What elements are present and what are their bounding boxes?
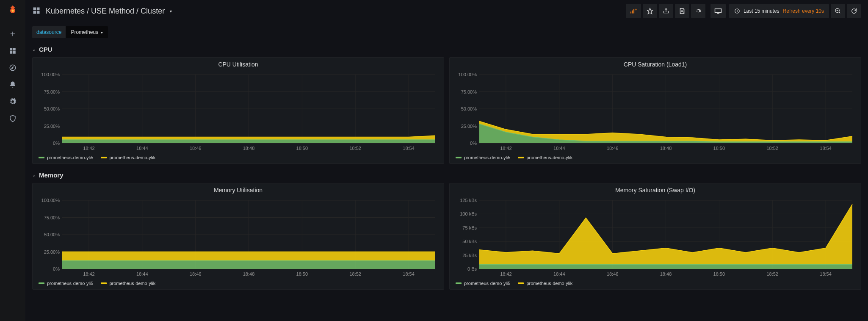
svg-text:18:46: 18:46 bbox=[190, 146, 202, 151]
panel-cpu-saturation[interactable]: CPU Saturation (Load1) 0%25.00%50.00%75.… bbox=[449, 57, 861, 164]
legend-swatch bbox=[101, 282, 107, 284]
svg-text:18:50: 18:50 bbox=[713, 146, 725, 151]
legend-label: prometheus-demo-yli5 bbox=[47, 155, 93, 160]
svg-text:18:46: 18:46 bbox=[190, 271, 202, 277]
svg-text:18:52: 18:52 bbox=[766, 146, 778, 151]
svg-text:125 kBs: 125 kBs bbox=[460, 198, 477, 203]
svg-text:18:42: 18:42 bbox=[500, 271, 512, 277]
svg-text:18:54: 18:54 bbox=[403, 146, 415, 151]
svg-text:18:44: 18:44 bbox=[553, 271, 565, 277]
svg-rect-1 bbox=[10, 48, 12, 50]
svg-text:18:48: 18:48 bbox=[660, 271, 672, 277]
legend-item[interactable]: prometheus-demo-yli5 bbox=[456, 281, 510, 286]
star-button[interactable] bbox=[643, 4, 657, 18]
svg-text:18:44: 18:44 bbox=[136, 271, 148, 277]
row-title: Memory bbox=[39, 172, 64, 179]
legend-label: prometheus-demo-ylik bbox=[109, 281, 155, 286]
legend-item[interactable]: prometheus-demo-yli5 bbox=[39, 155, 93, 160]
legend-item[interactable]: prometheus-demo-yli5 bbox=[39, 281, 93, 286]
chart-area[interactable]: 0%25.00%50.00%75.00%100.00%18:4218:4418:… bbox=[37, 198, 440, 278]
svg-point-0 bbox=[11, 10, 14, 12]
chevron-down-icon: ▾ bbox=[101, 30, 103, 35]
legend: prometheus-demo-yli5prometheus-demo-ylik bbox=[37, 152, 440, 161]
svg-text:18:52: 18:52 bbox=[349, 146, 361, 151]
legend-swatch bbox=[456, 157, 462, 158]
svg-text:18:42: 18:42 bbox=[83, 271, 95, 277]
row-title: CPU bbox=[39, 46, 53, 53]
nav-explore-icon[interactable] bbox=[4, 59, 21, 76]
svg-text:75.00%: 75.00% bbox=[461, 89, 477, 94]
grafana-logo[interactable] bbox=[6, 3, 19, 17]
settings-button[interactable] bbox=[691, 4, 705, 18]
row-header-memory[interactable]: ⌄ Memory bbox=[25, 168, 868, 183]
svg-text:18:42: 18:42 bbox=[83, 146, 95, 151]
legend: prometheus-demo-yli5prometheus-demo-ylik bbox=[454, 278, 857, 287]
refresh-interval-label: Refresh every 10s bbox=[783, 8, 824, 14]
save-button[interactable] bbox=[675, 4, 689, 18]
legend-label: prometheus-demo-yli5 bbox=[47, 281, 93, 286]
nav-admin-icon[interactable] bbox=[4, 110, 21, 127]
svg-rect-16 bbox=[715, 9, 721, 13]
chart-area[interactable]: 0%25.00%50.00%75.00%100.00%18:4218:4418:… bbox=[37, 72, 440, 152]
cycle-view-button[interactable] bbox=[710, 4, 726, 18]
svg-text:18:50: 18:50 bbox=[296, 146, 308, 151]
variable-value: Prometheus bbox=[71, 29, 98, 35]
panel-title: Memory Saturation (Swap I/O) bbox=[454, 187, 857, 195]
svg-rect-3 bbox=[10, 51, 12, 54]
svg-text:50.00%: 50.00% bbox=[44, 232, 60, 237]
topbar: Kubernetes / USE Method / Cluster ▾ + La… bbox=[25, 0, 868, 22]
svg-rect-7 bbox=[33, 7, 36, 10]
legend-item[interactable]: prometheus-demo-ylik bbox=[101, 155, 155, 160]
svg-text:0%: 0% bbox=[53, 141, 60, 146]
zoom-out-button[interactable] bbox=[831, 4, 845, 18]
share-button[interactable] bbox=[659, 4, 673, 18]
svg-text:100.00%: 100.00% bbox=[41, 72, 60, 77]
chart-area[interactable]: 0%25.00%50.00%75.00%100.00%18:4218:4418:… bbox=[454, 72, 857, 152]
legend-item[interactable]: prometheus-demo-yli5 bbox=[456, 155, 510, 160]
svg-marker-6 bbox=[11, 66, 14, 69]
legend-item[interactable]: prometheus-demo-ylik bbox=[518, 281, 572, 286]
legend: prometheus-demo-yli5prometheus-demo-ylik bbox=[454, 152, 857, 161]
svg-text:18:54: 18:54 bbox=[820, 271, 832, 277]
legend-item[interactable]: prometheus-demo-ylik bbox=[518, 155, 572, 160]
svg-text:25.00%: 25.00% bbox=[44, 249, 60, 255]
chevron-down-icon: ⌄ bbox=[32, 47, 36, 52]
svg-text:100.00%: 100.00% bbox=[41, 198, 60, 203]
nav-alerting-icon[interactable] bbox=[4, 76, 21, 93]
panel-title: CPU Saturation (Load1) bbox=[454, 61, 857, 69]
svg-text:18:42: 18:42 bbox=[500, 146, 512, 151]
svg-text:18:48: 18:48 bbox=[243, 146, 255, 151]
chart-area[interactable]: 0 Bs25 kBs50 kBs75 kBs100 kBs125 kBs18:4… bbox=[454, 198, 857, 278]
dashboard-grid-icon[interactable] bbox=[32, 6, 41, 16]
time-picker[interactable]: Last 15 minutes Refresh every 10s bbox=[729, 4, 829, 18]
variable-select[interactable]: Prometheus ▾ bbox=[66, 26, 108, 38]
panel-title: Memory Utilisation bbox=[37, 187, 440, 195]
panel-title: CPU Utilisation bbox=[37, 61, 440, 69]
legend-swatch bbox=[39, 157, 44, 158]
svg-text:18:48: 18:48 bbox=[660, 146, 672, 151]
svg-text:100.00%: 100.00% bbox=[459, 72, 477, 77]
svg-text:25.00%: 25.00% bbox=[461, 124, 477, 129]
nav-configuration-icon[interactable] bbox=[4, 93, 21, 110]
add-panel-button[interactable]: + bbox=[626, 4, 641, 18]
panel-memory-utilisation[interactable]: Memory Utilisation 0%25.00%50.00%75.00%1… bbox=[32, 183, 444, 290]
row-header-cpu[interactable]: ⌄ CPU bbox=[25, 42, 868, 57]
svg-text:18:46: 18:46 bbox=[607, 271, 619, 277]
svg-marker-15 bbox=[647, 8, 652, 14]
svg-text:75 kBs: 75 kBs bbox=[462, 225, 477, 230]
panel-cpu-utilisation[interactable]: CPU Utilisation 0%25.00%50.00%75.00%100.… bbox=[32, 57, 444, 164]
time-range-label: Last 15 minutes bbox=[744, 8, 780, 14]
panel-memory-saturation[interactable]: Memory Saturation (Swap I/O) 0 Bs25 kBs5… bbox=[449, 183, 861, 290]
sidebar bbox=[0, 0, 25, 321]
svg-rect-11 bbox=[630, 11, 631, 13]
legend-item[interactable]: prometheus-demo-ylik bbox=[101, 281, 155, 286]
nav-create-icon[interactable] bbox=[4, 25, 21, 42]
svg-rect-4 bbox=[13, 51, 16, 54]
svg-text:18:44: 18:44 bbox=[136, 146, 148, 151]
refresh-button[interactable] bbox=[847, 4, 861, 18]
svg-text:18:54: 18:54 bbox=[820, 146, 832, 151]
legend-label: prometheus-demo-ylik bbox=[526, 281, 572, 286]
dashboard-title[interactable]: Kubernetes / USE Method / Cluster bbox=[46, 7, 165, 16]
nav-dashboards-icon[interactable] bbox=[4, 42, 21, 59]
chevron-down-icon[interactable]: ▾ bbox=[170, 9, 172, 14]
